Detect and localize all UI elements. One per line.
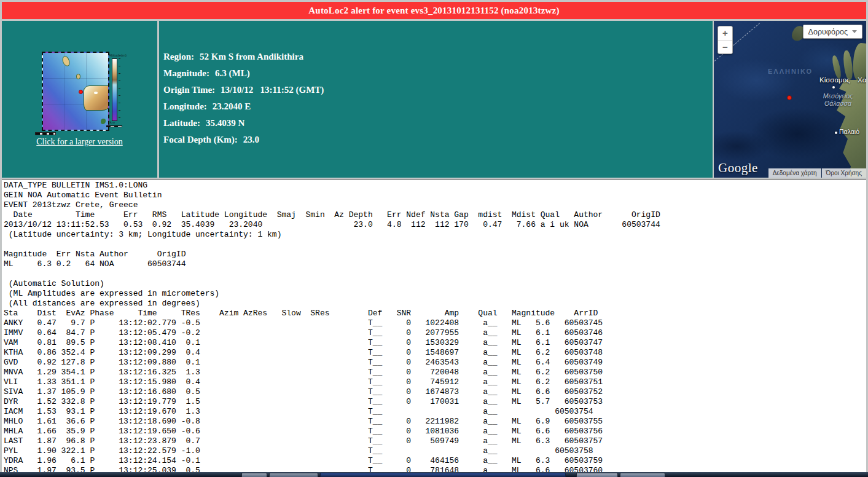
- map-data-link[interactable]: Δεδομένα χάρτη: [768, 168, 821, 178]
- google-map[interactable]: ΕΛΛΗΝΙΚΟ Κίσσαμος Χα Μεσόγειος Θάλασσα Π…: [714, 21, 866, 178]
- detail-label: Origin Time:: [163, 85, 215, 95]
- detail-value: 52 Km S from Andikithira: [200, 52, 303, 61]
- scale-label: km: [110, 120, 115, 124]
- detail-value: 23.0: [243, 135, 259, 144]
- detail-row-latitude: Latitude:35.4039 N: [163, 117, 244, 128]
- epicenter-marker: [787, 95, 792, 100]
- detail-row-longitude: Longitude:23.2040 E: [163, 101, 251, 112]
- google-logo[interactable]: Google: [718, 160, 758, 176]
- detail-value: 35.4039 N: [206, 118, 244, 128]
- sea-label: Μεσόγειος Θάλασσα: [817, 92, 859, 107]
- detail-row-focal-depth: Focal Depth (Km):23.0: [163, 134, 259, 145]
- bulletin-panel: DATA_TYPE BULLETIN IMS1.0:LONG GEIN NOA …: [2, 179, 866, 472]
- town-dot: [835, 132, 837, 134]
- island-shape: [101, 119, 106, 124]
- island-shape: [76, 74, 80, 79]
- page-title: AutoLoc2 alert for event evs3_2013101213…: [308, 6, 559, 16]
- zoom-control[interactable]: + −: [717, 26, 733, 54]
- larger-version-link[interactable]: Click for a larger version: [2, 137, 157, 147]
- epicenter-dot: [79, 90, 83, 94]
- detail-label: Region:: [163, 52, 194, 61]
- map-attribution: Δεδομένα χάρτη Όροι Χρήσης: [768, 168, 866, 178]
- grid-line: [43, 78, 108, 79]
- zoom-out-button[interactable]: −: [718, 41, 732, 54]
- detail-row-region: Region:52 Km S from Andikithira: [163, 51, 303, 62]
- detail-value: 23.2040 E: [213, 101, 251, 111]
- taskbar-button[interactable]: [269, 473, 318, 477]
- elevation-colorbar: [112, 58, 117, 121]
- town-label-chania: Χα: [858, 76, 866, 84]
- scale-bar: [106, 125, 122, 127]
- terms-link[interactable]: Όροι Χρήσης: [822, 168, 866, 178]
- detail-label: Focal Depth (Km):: [163, 135, 238, 144]
- event-details-panel: Region:52 Km S from Andikithira Magnitud…: [159, 21, 713, 178]
- header-panel: Altitude(m) km Click for a larger versio…: [2, 21, 866, 178]
- zoom-in-button[interactable]: +: [718, 26, 732, 41]
- colorbar-label: Altitude(m): [109, 53, 127, 57]
- taskbar-button[interactable]: [620, 473, 665, 477]
- detail-label: Longitude:: [163, 101, 207, 111]
- island-shape: [61, 55, 71, 67]
- chevron-down-icon: [852, 30, 857, 33]
- bulletin-text: DATA_TYPE BULLETIN IMS1.0:LONG GEIN NOA …: [2, 179, 866, 472]
- taskbar-edge[interactable]: [0, 472, 868, 477]
- town-dot: [832, 86, 835, 89]
- location-thumbnail-map[interactable]: [42, 52, 109, 131]
- taskbar-button[interactable]: [576, 473, 618, 477]
- map-type-label: Δορυφόρος: [808, 28, 848, 36]
- town-label-palaio: Παλαιό: [839, 128, 859, 135]
- crete-landmass: [84, 85, 109, 111]
- map-type-button[interactable]: Δορυφόρος: [803, 25, 862, 39]
- taskbar-active-window[interactable]: [320, 473, 566, 477]
- detail-value: 6.3 (ML): [215, 68, 250, 78]
- detail-label: Magnitude:: [163, 68, 209, 78]
- colorbar-ticks: [119, 58, 120, 121]
- alert-banner: AutoLoc2 alert for event evs3_2013101213…: [2, 2, 866, 19]
- map-scale-marks: [35, 132, 56, 135]
- autoloc-alert-page: AutoLoc2 alert for event evs3_2013101213…: [0, 0, 868, 477]
- detail-row-magnitude: Magnitude:6.3 (ML): [163, 68, 250, 79]
- mountain-peak: [94, 92, 98, 94]
- taskbar-button[interactable]: [241, 473, 267, 477]
- detail-value: 13/10/12 13:11:52 (GMT): [221, 85, 324, 95]
- detail-row-origin-time: Origin Time:13/10/12 13:11:52 (GMT): [163, 84, 324, 95]
- town-label-kissamos: Κίσσαμος: [819, 76, 850, 84]
- detail-label: Latitude:: [163, 118, 200, 128]
- thumbnail-panel: Altitude(m) km Click for a larger versio…: [2, 21, 157, 178]
- sea-region-watermark: ΕΛΛΗΝΙΚΟ: [768, 68, 813, 75]
